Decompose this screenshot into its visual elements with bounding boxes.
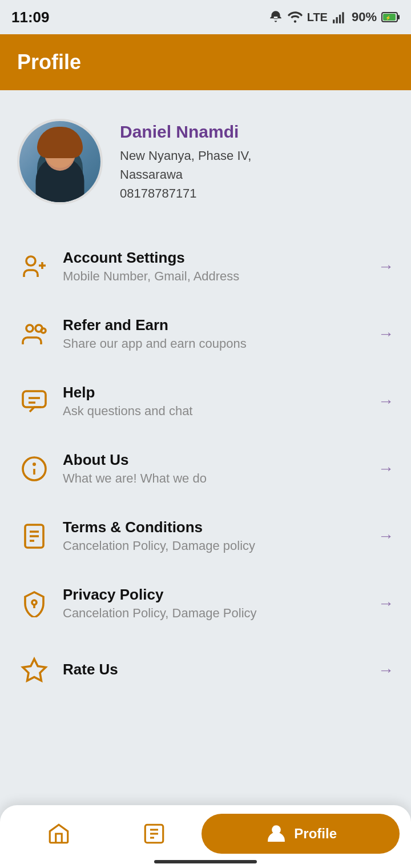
svg-rect-15 — [23, 391, 46, 407]
alarm-icon — [268, 10, 283, 25]
svg-point-9 — [26, 256, 35, 266]
menu-text-refer: Refer and Earn Share our app and earn co… — [63, 316, 366, 351]
shield-icon — [17, 586, 51, 621]
arrow-icon: → — [378, 258, 394, 276]
avatar — [17, 119, 103, 204]
svg-rect-1 — [333, 19, 335, 23]
menu-item-rate-us[interactable]: Rate Us → — [0, 637, 411, 704]
arrow-icon: → — [378, 594, 394, 613]
svg-rect-6 — [398, 15, 400, 19]
menu-item-refer-earn[interactable]: Refer and Earn Share our app and earn co… — [0, 300, 411, 368]
arrow-icon: → — [378, 392, 394, 411]
document-icon — [17, 519, 51, 553]
orders-nav-icon — [142, 822, 166, 846]
menu-text-help: Help Ask questions and chat — [63, 384, 366, 419]
svg-point-14 — [41, 328, 46, 333]
user-plus-icon — [17, 250, 51, 284]
menu-list: Account Settings Mobile Number, Gmail, A… — [0, 222, 411, 716]
profile-info: Daniel Nnamdi New Nyanya, Phase IV, Nass… — [120, 122, 251, 201]
nav-item-orders[interactable] — [107, 816, 202, 851]
menu-item-about-us[interactable]: About Us What we are! What we do → — [0, 435, 411, 503]
arrow-icon: → — [378, 527, 394, 545]
bottom-nav: Profile — [0, 805, 411, 868]
profile-name: Daniel Nnamdi — [120, 122, 251, 142]
chat-icon — [17, 384, 51, 419]
menu-text-privacy: Privacy Policy Cancelation Policy, Damag… — [63, 586, 366, 621]
status-time: 11:09 — [11, 9, 50, 26]
battery-icon: ⚡ — [381, 12, 400, 22]
nav-item-profile[interactable]: Profile — [202, 814, 400, 854]
menu-item-help[interactable]: Help Ask questions and chat → — [0, 368, 411, 435]
svg-rect-4 — [342, 12, 344, 23]
menu-text-about: About Us What we are! What we do — [63, 451, 366, 486]
svg-point-12 — [26, 325, 33, 332]
wifi-icon — [288, 10, 303, 25]
status-icons: LTE 90% ⚡ — [268, 10, 400, 25]
arrow-icon: → — [378, 325, 394, 343]
home-nav-icon — [47, 822, 71, 846]
home-indicator — [154, 860, 257, 863]
star-icon — [17, 653, 51, 688]
battery-percent: 90% — [352, 10, 377, 25]
page-title: Profile — [17, 50, 81, 74]
menu-text-account: Account Settings Mobile Number, Gmail, A… — [63, 249, 366, 284]
menu-item-account-settings[interactable]: Account Settings Mobile Number, Gmail, A… — [0, 233, 411, 300]
lte-label: LTE — [307, 11, 328, 24]
nav-item-home[interactable] — [11, 816, 107, 851]
profile-address: New Nyanya, Phase IV, Nassarawa — [120, 146, 251, 184]
users-icon — [17, 317, 51, 351]
svg-text:⚡: ⚡ — [385, 15, 391, 21]
svg-rect-3 — [339, 15, 341, 23]
svg-marker-26 — [23, 659, 46, 681]
menu-text-rate: Rate Us — [63, 661, 366, 681]
svg-point-25 — [32, 600, 37, 605]
menu-item-terms[interactable]: Terms & Conditions Cancelation Policy, D… — [0, 503, 411, 570]
signal-icon — [332, 10, 347, 25]
menu-text-terms: Terms & Conditions Cancelation Policy, D… — [63, 519, 366, 553]
status-bar: 11:09 LTE 90% ⚡ — [0, 0, 411, 34]
profile-phone: 08178787171 — [120, 186, 251, 201]
menu-item-privacy[interactable]: Privacy Policy Cancelation Policy, Damag… — [0, 570, 411, 637]
arrow-icon: → — [378, 460, 394, 478]
avatar-image — [19, 121, 100, 202]
header: Profile — [0, 34, 411, 90]
svg-rect-2 — [336, 17, 337, 23]
profile-section: Daniel Nnamdi New Nyanya, Phase IV, Nass… — [0, 90, 411, 222]
profile-nav-icon — [264, 822, 288, 846]
arrow-icon: → — [378, 661, 394, 680]
info-icon — [17, 452, 51, 486]
profile-nav-label: Profile — [294, 826, 337, 842]
svg-point-0 — [293, 20, 296, 22]
